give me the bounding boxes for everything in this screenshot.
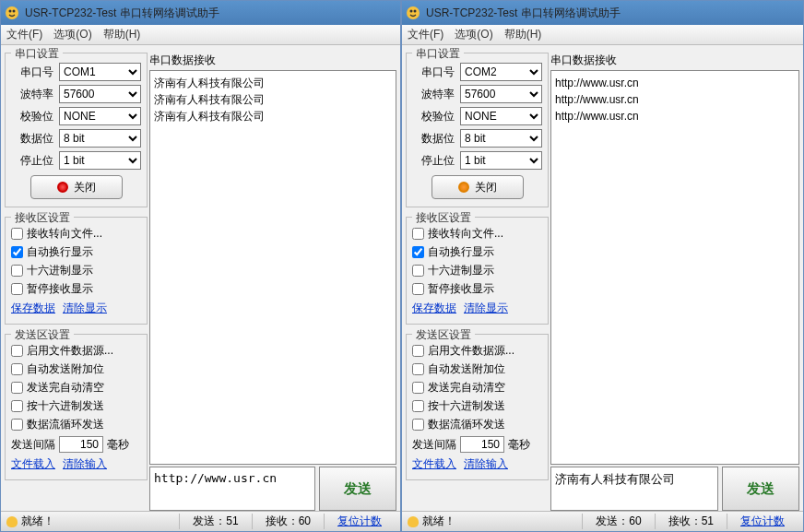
svg-point-4 (410, 10, 413, 13)
save-data-link[interactable]: 保存数据 (412, 301, 456, 314)
port-select[interactable]: COM2 (460, 63, 542, 81)
window-1: USR-TCP232-Test 串口转网络调试助手 文件(F) 选项(O) 帮助… (401, 0, 804, 532)
send-button[interactable]: 发送 (722, 467, 799, 511)
stopbits-select[interactable]: 1 bit (460, 151, 542, 170)
auto-wrap-checkbox[interactable] (11, 246, 23, 258)
reset-counter-link[interactable]: 复位计数 (324, 514, 395, 529)
pause-recv-checkbox[interactable] (11, 283, 23, 295)
clear-display-link[interactable]: 清除显示 (63, 301, 107, 314)
svg-point-2 (13, 10, 16, 13)
app-icon (406, 6, 420, 20)
save-data-link[interactable]: 保存数据 (11, 301, 55, 314)
window-title: USR-TCP232-Test 串口转网络调试助手 (426, 6, 621, 21)
baud-select[interactable]: 57600 (59, 85, 141, 103)
reset-counter-link[interactable]: 复位计数 (727, 514, 798, 529)
interval-input[interactable] (59, 436, 103, 453)
stopbits-label: 停止位 (11, 153, 53, 169)
databits-select[interactable]: 8 bit (59, 129, 141, 148)
menubar: 文件(F) 选项(O) 帮助(H) (1, 25, 400, 45)
lightbulb-icon (408, 516, 419, 527)
app-icon (5, 6, 19, 20)
statusbar: 就绪！ 发送：51 接收：60 复位计数 (1, 511, 400, 531)
port-select[interactable]: COM1 (59, 63, 141, 81)
menu-file[interactable]: 文件(F) (6, 27, 42, 42)
send-settings-group: 发送区设置 启用文件数据源... 自动发送附加位 发送完自动清空 按十六进制发送… (406, 334, 549, 480)
recv-to-file-checkbox[interactable] (412, 228, 424, 240)
window-title: USR-TCP232-Test 串口转网络调试助手 (25, 6, 219, 21)
databits-label: 数据位 (412, 131, 455, 147)
baud-label: 波特率 (412, 87, 455, 102)
clear-display-link[interactable]: 清除显示 (464, 301, 508, 314)
parity-label: 校验位 (11, 109, 53, 124)
recv-settings-group: 接收区设置 接收转向文件... 自动换行显示 十六进制显示 暂停接收显示 保存数… (406, 217, 549, 325)
port-label: 串口号 (11, 65, 53, 80)
auto-append-checkbox[interactable] (412, 363, 424, 375)
parity-label: 校验位 (412, 109, 455, 124)
clear-input-link[interactable]: 清除输入 (63, 457, 107, 470)
serial-settings-group: 串口设置 串口号COM2 波特率57600 校验位NONE 数据位8 bit 停… (406, 53, 549, 207)
parity-select[interactable]: NONE (460, 107, 542, 125)
hex-send-checkbox[interactable] (11, 400, 23, 412)
recv-section-title: 串口数据接收 (149, 53, 396, 68)
recv-count: 接收：51 (655, 514, 727, 529)
load-file-link[interactable]: 文件载入 (11, 457, 55, 470)
titlebar[interactable]: USR-TCP232-Test 串口转网络调试助手 (402, 1, 803, 25)
statusbar: 就绪！ 发送：60 接收：51 复位计数 (402, 511, 803, 531)
recv-count: 接收：60 (252, 514, 324, 529)
recv-section-title: 串口数据接收 (550, 53, 799, 68)
send-textarea[interactable]: http://www.usr.cn (149, 467, 315, 511)
send-button[interactable]: 发送 (319, 467, 396, 511)
svg-point-1 (9, 10, 12, 13)
recv-settings-group: 接收区设置 接收转向文件... 自动换行显示 十六进制显示 暂停接收显示 保存数… (5, 217, 148, 325)
recv-to-file-checkbox[interactable] (11, 228, 23, 240)
hex-display-checkbox[interactable] (412, 265, 424, 277)
status-dot-icon (57, 182, 68, 193)
recv-textarea[interactable]: http://www.usr.cn http://www.usr.cn http… (550, 70, 799, 465)
menu-help[interactable]: 帮助(H) (103, 27, 141, 42)
hex-send-checkbox[interactable] (412, 400, 424, 412)
menu-file[interactable]: 文件(F) (408, 27, 443, 42)
file-source-checkbox[interactable] (11, 345, 23, 357)
clear-input-link[interactable]: 清除输入 (464, 457, 508, 470)
loop-send-checkbox[interactable] (412, 419, 424, 431)
parity-select[interactable]: NONE (59, 107, 141, 125)
recv-textarea[interactable]: 济南有人科技有限公司 济南有人科技有限公司 济南有人科技有限公司 (149, 70, 396, 465)
serial-settings-group: 串口设置 串口号COM1 波特率57600 校验位NONE 数据位8 bit 停… (5, 53, 148, 207)
group-title: 串口设置 (11, 46, 63, 62)
auto-clear-checkbox[interactable] (412, 382, 424, 394)
stopbits-label: 停止位 (412, 153, 455, 169)
port-label: 串口号 (412, 65, 455, 80)
loop-send-checkbox[interactable] (11, 419, 23, 431)
auto-wrap-checkbox[interactable] (412, 246, 424, 258)
load-file-link[interactable]: 文件载入 (412, 457, 456, 470)
interval-input[interactable] (460, 436, 504, 453)
stopbits-select[interactable]: 1 bit (59, 151, 141, 170)
group-title: 串口设置 (412, 46, 464, 62)
close-port-button[interactable]: 关闭 (30, 175, 123, 199)
sent-count: 发送：60 (582, 514, 654, 529)
auto-append-checkbox[interactable] (11, 363, 23, 375)
auto-clear-checkbox[interactable] (11, 382, 23, 394)
pause-recv-checkbox[interactable] (412, 283, 424, 295)
status-dot-icon (458, 182, 469, 193)
menu-options[interactable]: 选项(O) (455, 27, 492, 42)
hex-display-checkbox[interactable] (11, 265, 23, 277)
file-source-checkbox[interactable] (412, 345, 424, 357)
baud-select[interactable]: 57600 (460, 85, 542, 103)
svg-point-5 (414, 10, 417, 13)
menu-options[interactable]: 选项(O) (53, 27, 91, 42)
send-textarea[interactable]: 济南有人科技有限公司 (550, 467, 718, 511)
svg-point-0 (6, 6, 18, 19)
databits-label: 数据位 (11, 131, 53, 147)
baud-label: 波特率 (11, 87, 53, 102)
send-settings-group: 发送区设置 启用文件数据源... 自动发送附加位 发送完自动清空 按十六进制发送… (5, 334, 148, 480)
titlebar[interactable]: USR-TCP232-Test 串口转网络调试助手 (1, 1, 400, 25)
databits-select[interactable]: 8 bit (460, 129, 542, 148)
sent-count: 发送：51 (179, 514, 251, 529)
close-port-button[interactable]: 关闭 (432, 175, 524, 199)
lightbulb-icon (6, 516, 18, 527)
menubar: 文件(F) 选项(O) 帮助(H) (402, 25, 803, 45)
window-0: USR-TCP232-Test 串口转网络调试助手 文件(F) 选项(O) 帮助… (0, 0, 401, 532)
menu-help[interactable]: 帮助(H) (504, 27, 542, 42)
svg-point-3 (407, 6, 420, 19)
